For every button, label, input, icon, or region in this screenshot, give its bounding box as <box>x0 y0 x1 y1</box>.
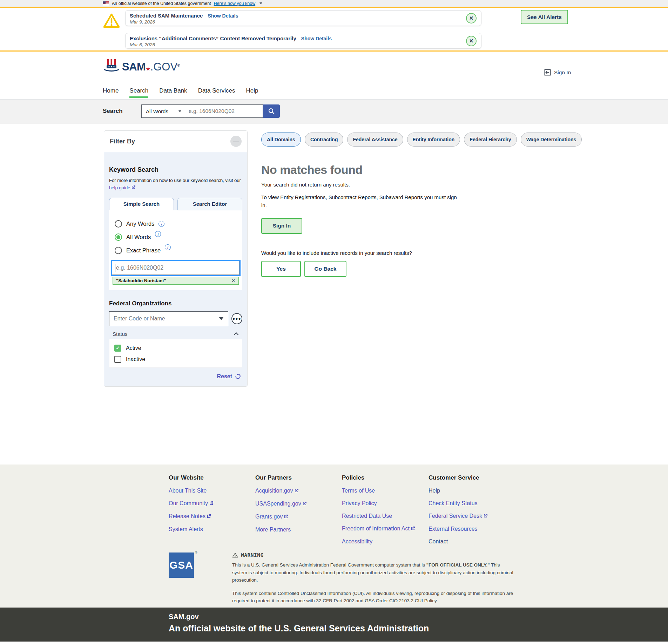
domain-tab-contracting[interactable]: Contracting <box>305 133 344 147</box>
footer-link-grants-gov[interactable]: Grants.gov <box>255 514 339 520</box>
footer-link-accessibility[interactable]: Accessibility <box>342 538 426 545</box>
domain-tab-entity-information[interactable]: Entity Information <box>407 133 460 147</box>
domain-tab-wage-determinations[interactable]: Wage Determinations <box>521 133 582 147</box>
help-guide-link[interactable]: help guide <box>109 185 130 190</box>
footer-link-privacy-policy[interactable]: Privacy Policy <box>342 500 426 507</box>
gsa-logo: GSA <box>169 553 194 578</box>
sign-in-link[interactable]: Sign In <box>544 69 571 76</box>
tab-search-editor[interactable]: Search Editor <box>177 198 242 210</box>
chevron-down-icon <box>219 317 224 320</box>
chevron-down-icon <box>259 2 262 4</box>
domain-tab-federal-hierarchy[interactable]: Federal Hierarchy <box>464 133 517 147</box>
footer-link-about-this-site[interactable]: About This Site <box>169 488 253 494</box>
reset-icon <box>235 373 241 379</box>
logo-star-icon: ★ <box>146 66 150 72</box>
footer-link-more-partners[interactable]: More Partners <box>255 527 339 533</box>
close-alert-button[interactable]: ✕ <box>466 36 477 46</box>
logo-sam-text: SAM <box>122 61 146 73</box>
external-link-icon <box>209 501 214 507</box>
search-submit-button[interactable] <box>263 104 280 118</box>
federal-organizations-input[interactable]: Enter Code or Name <box>109 311 228 326</box>
uncle-sam-hat-icon <box>103 59 120 75</box>
footer-link-usaspending-gov[interactable]: USASpending.gov <box>255 501 339 507</box>
alert-title: Scheduled SAM Maintenance <box>130 13 203 19</box>
footer-link-check-entity-status[interactable]: Check Entity Status <box>429 500 513 507</box>
info-icon[interactable]: i <box>158 221 164 227</box>
how-you-know-link[interactable]: Here’s how you know <box>214 1 256 6</box>
reset-filters[interactable]: Reset <box>109 373 242 380</box>
footer-link-our-community[interactable]: Our Community <box>169 500 253 507</box>
warning-icon <box>232 553 238 558</box>
federal-organizations-placeholder: Enter Code or Name <box>114 316 165 322</box>
footer-link-contact[interactable]: Contact <box>429 538 513 545</box>
external-link-icon <box>302 501 307 507</box>
no-matches-title: No matches found <box>261 163 570 177</box>
sign-in-button[interactable]: Sign In <box>261 218 302 234</box>
alerts-section: Scheduled SAM Maintenance Show Details M… <box>0 8 668 52</box>
gsa-registered-mark: ® <box>195 551 197 554</box>
alert-card: Exclusions “Additional Comments” Content… <box>125 33 481 49</box>
info-icon[interactable]: i <box>155 231 161 237</box>
warning-paragraph-2: This system contains Controlled Unclassi… <box>232 590 516 605</box>
keyword-search-heading: Keyword Search <box>109 166 242 174</box>
footer-link-restricted-data-use[interactable]: Restricted Data Use <box>342 513 426 519</box>
chevron-up-icon[interactable] <box>234 332 239 335</box>
show-details-link[interactable]: Show Details <box>301 36 332 41</box>
radio-any-words[interactable] <box>115 220 122 228</box>
keyword-input[interactable]: e.g. 1606N020Q02 <box>112 261 239 275</box>
search-mode-select[interactable]: All Words <box>141 104 185 118</box>
nav-item-help[interactable]: Help <box>246 82 258 100</box>
footer-link-acquisition-gov[interactable]: Acquisition.gov <box>255 488 339 494</box>
footer-heading-our-partners: Our Partners <box>255 474 339 481</box>
checkbox-inactive[interactable] <box>114 356 121 363</box>
close-alert-button[interactable]: ✕ <box>466 13 477 23</box>
warning-triangle-icon <box>103 13 120 29</box>
gov-banner: An official website of the United States… <box>0 0 668 8</box>
footer-nav: Our Website About This Site Our Communit… <box>0 465 668 544</box>
external-link-icon <box>294 488 299 494</box>
tab-simple-search[interactable]: Simple Search <box>109 198 174 210</box>
nav-item-data-bank[interactable]: Data Bank <box>159 82 187 100</box>
radio-any-words-label: Any Words <box>126 221 154 227</box>
nav-item-home[interactable]: Home <box>103 82 119 100</box>
nav-item-search[interactable]: Search <box>129 82 148 100</box>
alert-date: Mar 9, 2026 <box>130 19 463 25</box>
search-band: Search All Words <box>0 100 668 124</box>
global-search-input[interactable] <box>185 104 263 118</box>
remove-chip-icon[interactable]: ✕ <box>231 278 235 283</box>
external-link-icon <box>207 514 211 520</box>
alert-card: Scheduled SAM Maintenance Show Details M… <box>125 10 481 26</box>
nav-item-data-services[interactable]: Data Services <box>198 82 235 100</box>
radio-all-words-label: All Words <box>126 234 151 240</box>
footer-link-system-alerts[interactable]: System Alerts <box>169 526 253 533</box>
yes-button[interactable]: Yes <box>261 261 301 277</box>
footer-link-foia[interactable]: Freedom of Information Act <box>342 526 426 532</box>
footer-link-federal-service-desk[interactable]: Federal Service Desk <box>429 513 513 520</box>
simple-search-content: Any Words i All Words i Exact Phrase i e… <box>109 210 242 290</box>
footer-link-help[interactable]: Help <box>429 488 513 494</box>
federal-organizations-heading: Federal Organizations <box>109 300 242 307</box>
sam-gov-logo[interactable]: SAM★.GOV® <box>103 59 180 75</box>
search-icon <box>268 108 275 115</box>
checkbox-active[interactable]: ✓ <box>114 345 121 352</box>
keyword-chip-label: "Salahuddin Nuristani" <box>116 278 166 283</box>
domain-tab-federal-assistance[interactable]: Federal Assistance <box>347 133 403 147</box>
see-all-alerts-button[interactable]: See All Alerts <box>521 10 568 24</box>
more-options-button[interactable]: ●●● <box>231 313 242 324</box>
domain-tab-all-domains[interactable]: All Domains <box>261 133 301 147</box>
search-label: Search <box>103 108 123 115</box>
main-nav: Home Search Data Bank Data Services Help <box>0 82 668 100</box>
sign-in-required-message: To view Entity Registrations, Subcontrac… <box>261 193 458 210</box>
radio-all-words[interactable] <box>115 233 122 241</box>
go-back-button[interactable]: Go Back <box>304 261 346 277</box>
status-options: ✓ Active Inactive <box>109 339 242 368</box>
footer-link-external-resources[interactable]: External Resources <box>429 526 513 532</box>
info-icon[interactable]: i <box>165 244 171 250</box>
collapse-filters-button[interactable]: — <box>230 136 242 147</box>
radio-exact-phrase[interactable] <box>115 247 122 254</box>
footer-link-release-notes[interactable]: Release Notes <box>169 513 253 520</box>
gov-banner-text: An official website of the United States… <box>112 1 211 6</box>
filter-panel-title: Filter By <box>110 138 135 145</box>
show-details-link[interactable]: Show Details <box>208 13 238 19</box>
footer-link-terms-of-use[interactable]: Terms of Use <box>342 488 426 494</box>
